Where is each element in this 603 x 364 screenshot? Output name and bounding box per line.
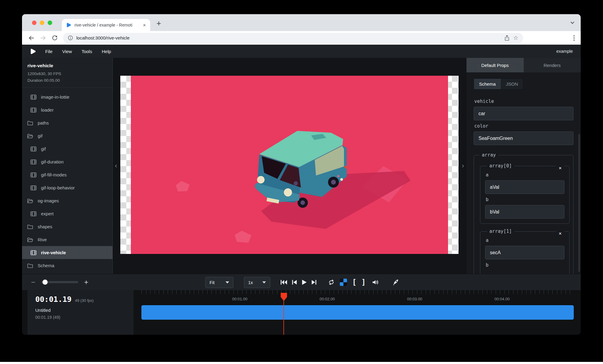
timeline-ruler[interactable] [141, 290, 573, 294]
composition-list: image-in-lottie loader paths gif gif [22, 88, 112, 274]
browser-tab-strip: rive-vehicle / example - Remoti × + [22, 14, 581, 31]
main-content: rive-vehicle 1200x630, 30 FPS Duration 0… [22, 58, 581, 274]
array-legend: array [479, 152, 498, 158]
composition-duration: Duration 00:05.00 [27, 77, 107, 84]
sidebar-item-og-images[interactable]: og-images [22, 194, 112, 207]
zoom-in-button[interactable]: + [84, 279, 88, 286]
composition-canvas[interactable] [120, 76, 459, 254]
toggle-schema[interactable]: Schema [474, 79, 501, 89]
sidebar-item-gif-duration[interactable]: gif-duration [22, 155, 112, 168]
sidebar-item-image-in-lottie[interactable]: image-in-lottie [22, 90, 112, 103]
sidebar-item-paths[interactable]: paths [22, 116, 112, 129]
timeline-track-bar[interactable] [141, 305, 574, 320]
playback-speed-select[interactable]: 1x [244, 277, 270, 288]
zoom-out-button[interactable]: − [31, 279, 35, 286]
folder-icon [27, 263, 33, 268]
array-1-a-input[interactable] [485, 246, 564, 259]
site-info-icon[interactable] [68, 35, 73, 40]
sidebar-item-rive-vehicle[interactable]: rive-vehicle [22, 246, 112, 259]
track-name[interactable]: Untitled [35, 308, 134, 313]
folder-open-icon [27, 237, 33, 242]
tab-title: rive-vehicle / example - Remoti [74, 23, 140, 27]
app-menu-bar: File View Tools Help example [22, 45, 581, 58]
sidebar-item-expert[interactable]: expert [22, 207, 112, 220]
sidebar-item-schema[interactable]: Schema [22, 259, 112, 272]
composition-size-fps: 1200x630, 30 FPS [27, 71, 107, 77]
vehicle-label: vehicle [474, 99, 573, 104]
ruler-label: 00:03.00 [407, 297, 422, 301]
loop-toggle-button[interactable] [328, 279, 335, 286]
set-out-point-button[interactable]: ] [361, 278, 365, 286]
props-panel-content: Schema JSON vehicle color array array[0]… [466, 72, 581, 274]
sidebar-item-gif-folder[interactable]: gif [22, 129, 112, 142]
menu-help[interactable]: Help [102, 49, 111, 54]
film-icon [30, 146, 36, 152]
remove-array-item-1-button[interactable]: × [556, 230, 564, 237]
transparency-checkerboard-toggle[interactable] [340, 279, 347, 286]
toggle-json[interactable]: JSON [501, 79, 523, 89]
playhead-marker[interactable] [281, 293, 287, 301]
array-item-1-legend: array[1] [487, 229, 514, 234]
browser-menu-icon[interactable] [573, 35, 575, 41]
skip-to-start-button[interactable] [280, 279, 288, 286]
film-icon [30, 94, 36, 100]
sidebar-item-gif[interactable]: gif [22, 142, 112, 155]
array-0-b-input[interactable] [485, 205, 564, 219]
remove-array-item-0-button[interactable]: × [556, 165, 564, 172]
window-close-button[interactable] [32, 21, 36, 25]
composition-name: rive-vehicle [27, 63, 107, 68]
film-icon [30, 172, 36, 178]
sidebar-item-shapes[interactable]: shapes [22, 220, 112, 233]
desktop-background: rive-vehicle / example - Remoti × + [0, 0, 603, 364]
browser-tab-active[interactable]: rive-vehicle / example - Remoti × [62, 19, 150, 31]
ruler-label: 00:02.00 [320, 297, 335, 301]
sidebar-item-loader[interactable]: loader [22, 103, 112, 116]
previous-frame-button[interactable] [292, 279, 297, 286]
color-input[interactable] [474, 131, 573, 145]
share-icon[interactable] [504, 35, 510, 41]
array-item-1: array[1] × a b [480, 229, 570, 274]
tab-close-icon[interactable]: × [143, 23, 146, 28]
menu-tools[interactable]: Tools [81, 49, 92, 54]
window-minimize-button[interactable] [40, 21, 44, 25]
next-frame-button[interactable] [311, 279, 317, 286]
vehicle-input[interactable] [474, 107, 573, 120]
timeline: 00:01.19 49 (30 fps) Untitled 00:01.19 (… [22, 290, 581, 335]
address-bar[interactable]: localhost:3000/rive-vehicle ☆ [63, 33, 523, 43]
chevron-down-icon [226, 281, 229, 283]
sidebar-item-gif-fill-modes[interactable]: gif-fill-modes [22, 168, 112, 181]
tab-default-props[interactable]: Default Props [466, 58, 524, 72]
ruler-label: 00:04.00 [494, 297, 510, 301]
menu-file[interactable]: File [45, 49, 52, 54]
forward-icon[interactable] [40, 35, 46, 41]
tab-renders[interactable]: Renders [524, 58, 581, 72]
reload-icon[interactable] [52, 35, 58, 41]
sidebar-item-rive-folder[interactable]: Rive [22, 233, 112, 246]
play-button[interactable] [301, 279, 307, 286]
volume-button[interactable] [372, 279, 379, 286]
bookmark-star-icon[interactable]: ☆ [513, 35, 518, 41]
menu-view[interactable]: View [62, 49, 72, 54]
rocket-quick-render-button[interactable] [392, 279, 399, 286]
fit-select[interactable]: Fit [205, 277, 233, 288]
collapse-sidebar-handle[interactable]: ‹ [115, 163, 117, 169]
tab-search-chevron-icon[interactable] [570, 21, 575, 25]
set-in-point-button[interactable]: [ [352, 278, 356, 286]
current-frame: 49 (30 fps) [75, 298, 93, 303]
array-item-0-legend: array[0] [487, 163, 514, 169]
zoom-slider-knob[interactable] [43, 280, 48, 285]
array-0-a-input[interactable] [485, 180, 564, 194]
folder-open-icon [27, 133, 33, 139]
window-zoom-button[interactable] [48, 21, 52, 25]
back-icon[interactable] [28, 35, 35, 41]
project-name-label: example [556, 49, 573, 54]
props-panel-scrollbar[interactable] [578, 134, 580, 272]
array-fieldset: array array[0] × a b array[1] × [474, 152, 573, 274]
chevron-down-icon [262, 281, 266, 283]
collapse-panel-handle[interactable]: › [462, 163, 464, 169]
remotion-logo-icon[interactable] [30, 48, 36, 55]
sidebar-item-gif-loop-behavior[interactable]: gif-loop-behavior [22, 181, 112, 194]
zoom-slider[interactable] [41, 281, 78, 283]
new-tab-button[interactable]: + [156, 19, 161, 28]
film-icon [30, 211, 36, 217]
